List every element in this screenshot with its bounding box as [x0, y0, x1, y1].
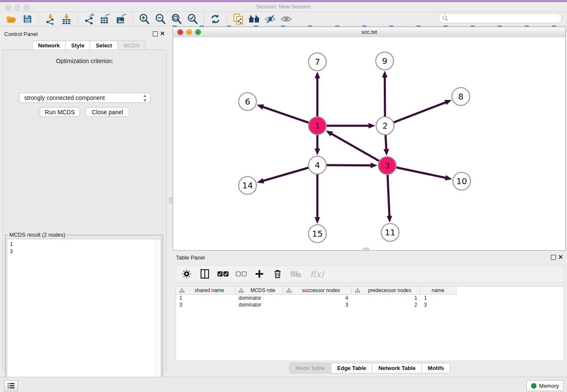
- tab-mcds[interactable]: MCDS: [118, 41, 146, 50]
- graph-node-label: 6: [245, 97, 250, 107]
- mcds-result-list[interactable]: 1 3: [7, 239, 161, 392]
- node-table: shared name MCDS role successor nodes: [176, 286, 564, 361]
- add-row-button[interactable]: [254, 268, 265, 279]
- save-floppy-icon: [23, 14, 32, 24]
- table-panel-title: Table Panel: [176, 254, 205, 261]
- export-network-button[interactable]: [81, 13, 97, 25]
- fx-icon: f(x): [310, 269, 324, 279]
- zoom-in-button[interactable]: [136, 13, 152, 25]
- control-panel: Control Panel ✕ Network Style Select MCD…: [0, 26, 169, 377]
- delete-row-button[interactable]: [272, 268, 283, 279]
- checked-boxes-icon: [217, 271, 228, 277]
- deselect-all-button[interactable]: [236, 268, 247, 279]
- edge-arrowhead: [382, 71, 388, 77]
- memory-status-icon: [531, 383, 537, 389]
- tab-motifs[interactable]: Motifs: [421, 363, 450, 373]
- graph-edge[interactable]: [392, 102, 447, 123]
- column-header-mcds-role[interactable]: MCDS role: [235, 287, 283, 295]
- close-panel-icon[interactable]: ✕: [160, 31, 165, 36]
- close-table-panel-icon[interactable]: ✕: [558, 255, 563, 259]
- graph-node-label: 2: [383, 121, 388, 131]
- first-neighbors-button[interactable]: [246, 13, 262, 25]
- float-panel-icon[interactable]: [153, 31, 158, 36]
- import-network-button[interactable]: [42, 13, 58, 25]
- graph-edge[interactable]: [394, 167, 447, 178]
- result-scrollbar[interactable]: [156, 239, 161, 392]
- run-mcds-button[interactable]: Run MCDS: [40, 107, 80, 117]
- graph-edge[interactable]: [325, 165, 372, 166]
- close-panel-button[interactable]: Close panel: [85, 107, 129, 117]
- cell-successor-nodes[interactable]: 4: [283, 295, 352, 301]
- import-table-button[interactable]: [58, 13, 74, 25]
- graph-edge[interactable]: [385, 133, 386, 151]
- open-session-button[interactable]: [3, 13, 19, 25]
- column-header-predecessor-nodes[interactable]: predecessor nodes: [352, 287, 421, 295]
- tree-icon: [239, 288, 244, 293]
- graph-edge[interactable]: [385, 76, 385, 119]
- canvas-splitter-handle[interactable]: [363, 248, 369, 251]
- save-session-button[interactable]: [19, 13, 36, 25]
- cell-shared-name[interactable]: 1: [176, 295, 235, 301]
- cell-shared-name[interactable]: 3: [176, 302, 235, 308]
- graph-edge[interactable]: [262, 167, 311, 181]
- cell-name[interactable]: 3: [421, 302, 457, 308]
- cell-mcds-role[interactable]: dominator: [235, 295, 283, 301]
- show-columns-button[interactable]: [199, 268, 210, 279]
- tab-edge-table[interactable]: Edge Table: [331, 363, 372, 373]
- tree-icon: [286, 288, 292, 293]
- show-graphics-details-button[interactable]: [278, 13, 295, 25]
- search-box[interactable]: [438, 13, 562, 23]
- column-header-name[interactable]: name: [421, 287, 457, 295]
- control-panel-title: Control Panel: [4, 31, 38, 37]
- float-table-panel-icon[interactable]: [551, 255, 556, 260]
- delete-table-button[interactable]: [290, 268, 301, 279]
- tab-select[interactable]: Select: [90, 41, 117, 50]
- toolbar-separator: [39, 14, 39, 25]
- tab-style[interactable]: Style: [65, 41, 90, 50]
- graph-edge[interactable]: [330, 133, 381, 162]
- optimization-criterion-select[interactable]: strongly connected component: [19, 93, 151, 103]
- task-history-button[interactable]: [4, 380, 18, 391]
- network-view-title: scc.txt: [173, 29, 565, 35]
- network-canvas[interactable]: 7968124314101511: [173, 37, 565, 250]
- toolbar-separator: [77, 14, 78, 25]
- cell-predecessor-nodes[interactable]: 2: [352, 302, 421, 308]
- cell-mcds-role[interactable]: dominator: [235, 302, 283, 308]
- graph-node-label: 7: [315, 57, 320, 67]
- clone-network-button[interactable]: [230, 13, 246, 25]
- zoom-selected-button[interactable]: [184, 13, 201, 25]
- tab-node-table[interactable]: Node Table: [289, 363, 331, 373]
- export-image-button[interactable]: [113, 13, 129, 25]
- cell-successor-nodes[interactable]: 3: [283, 302, 352, 308]
- table-row[interactable]: 1 dominator 4 1 1: [176, 295, 564, 301]
- export-table-button[interactable]: [97, 13, 113, 25]
- delete-table-icon: [290, 270, 301, 278]
- hide-graphics-details-button[interactable]: [262, 13, 278, 25]
- zoom-in-icon: [139, 14, 150, 25]
- column-header-shared-name[interactable]: shared name: [176, 287, 235, 295]
- column-header-successor-nodes[interactable]: successor nodes: [283, 287, 352, 295]
- cell-predecessor-nodes[interactable]: 1: [352, 295, 421, 301]
- cell-name[interactable]: 1: [421, 295, 457, 301]
- network-view-window: ✕ − + scc.txt 7968124314101511: [173, 27, 566, 251]
- search-input[interactable]: [450, 15, 558, 22]
- apply-layout-button[interactable]: [207, 13, 223, 25]
- clone-network-icon: [233, 14, 243, 25]
- graph-edge[interactable]: [261, 106, 311, 123]
- graph-edge[interactable]: [388, 173, 390, 218]
- table-settings-button[interactable]: [181, 268, 192, 279]
- function-builder-button[interactable]: f(x): [308, 268, 325, 279]
- zoom-out-button[interactable]: [152, 13, 168, 25]
- mcds-result-group: MCDS result (2 nodes) 1 3: [5, 235, 163, 392]
- columns-icon: [201, 269, 209, 279]
- tab-network-table[interactable]: Network Table: [372, 363, 421, 373]
- select-all-button[interactable]: [217, 268, 228, 279]
- table-row[interactable]: 3 dominator 3 2 3: [176, 301, 564, 308]
- zoom-fit-button[interactable]: [168, 13, 184, 25]
- network-window-titlebar[interactable]: ✕ − + scc.txt: [173, 27, 565, 38]
- tab-network[interactable]: Network: [32, 41, 65, 50]
- memory-button[interactable]: Memory: [526, 380, 564, 391]
- plus-icon: [255, 270, 264, 278]
- toolbar-separator: [204, 14, 204, 25]
- import-network-icon: [45, 14, 56, 25]
